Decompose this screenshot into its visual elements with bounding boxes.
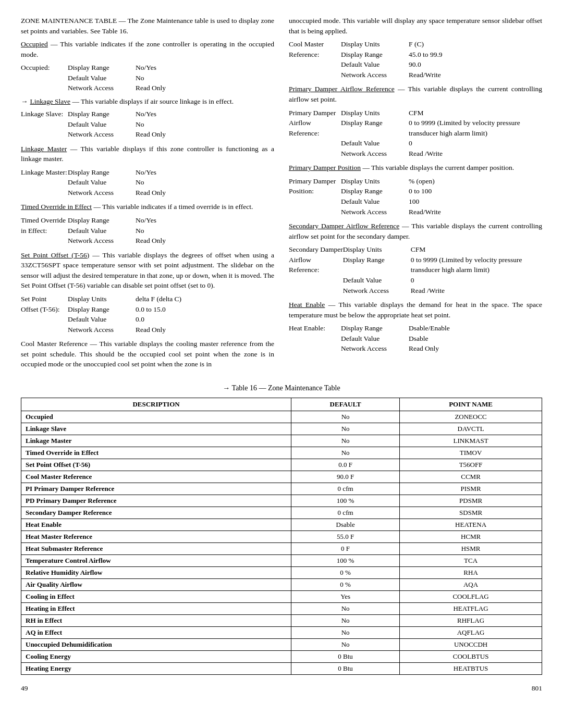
- spo-label-1: Set Point: [21, 294, 68, 304]
- pdp-prop-4: Network Access Read/Write: [341, 207, 441, 217]
- cm-val-1: F (C): [409, 39, 443, 50]
- main-content: ZONE MAINTENANCE TABLE — The Zone Mainte…: [21, 16, 542, 373]
- cm-key-2: Display Range: [341, 50, 409, 60]
- maintenance-table: DESCRIPTION DEFAULT POINT NAME OccupiedN…: [21, 398, 542, 675]
- pda-val-4: Read /Write: [409, 149, 542, 159]
- timed-override-props: Timed Override in Effect: Display Range …: [21, 215, 274, 246]
- he-val-3: Read Only: [409, 343, 450, 354]
- lm-label: Linkage Master:: [21, 167, 68, 198]
- occ-key-1: Display Range: [68, 63, 136, 73]
- sda-prop-row: Secondary Damper Airflow Reference: Disp…: [289, 244, 542, 295]
- pda-prop-4: Network Access Read /Write: [341, 149, 542, 159]
- pdp-label-1: Primary Damper: [289, 176, 341, 187]
- linkage-slave-item: → Linkage Slave — This variable displays…: [21, 97, 274, 106]
- cell-default: 0 %: [291, 579, 400, 591]
- ls-key-3: Network Access: [68, 129, 136, 140]
- cell-description: Cooling Energy: [21, 651, 291, 663]
- table-row: Heating in EffectNoHEATFLAG: [21, 603, 542, 615]
- to-key-2: Default Value: [68, 226, 136, 236]
- table-row: Linkage MasterNoLINKMAST: [21, 435, 542, 447]
- lm-val-1: No/Yes: [136, 167, 166, 178]
- cell-description: AQ in Effect: [21, 627, 291, 639]
- table-row: Cooling Energy0 BtuCOOLBTUS: [21, 651, 542, 663]
- pdp-key-1: Display Units: [341, 176, 409, 187]
- pdp-label-block: Primary Damper Position:: [289, 176, 341, 217]
- cell-point-name: COOLFLAG: [400, 591, 542, 603]
- table-row: OccupiedNoZONEOCC: [21, 411, 542, 423]
- cell-default: 0 cfm: [291, 483, 400, 495]
- pda-key-4: Network Access: [341, 149, 409, 159]
- occ-val-2: No: [136, 73, 166, 83]
- ls-val-3: Read Only: [136, 129, 166, 140]
- spo-key-4: Network Access: [68, 325, 136, 335]
- table-row: Linkage SlaveNoDAVCTL: [21, 423, 542, 435]
- ls-key-2: Default Value: [68, 119, 136, 130]
- pdp-label-2: Position:: [289, 186, 341, 196]
- cell-default: No: [291, 435, 400, 447]
- spo-val-1: delta F (delta C): [136, 294, 181, 304]
- table-row: PI Primary Damper Reference0 cfmPISMR: [21, 483, 542, 495]
- cell-point-name: TIMOV: [400, 447, 542, 459]
- table-row: Secondary Damper Reference0 cfmSDSMR: [21, 507, 542, 519]
- pda-prop-row: Primary Damper Airflow Reference: Displa…: [289, 108, 542, 159]
- cell-description: RH in Effect: [21, 615, 291, 627]
- to-prop-1: Display Range No/Yes: [68, 215, 166, 226]
- ls-val-2: No: [136, 119, 166, 130]
- table-row: Heat EnableDsableHEATENA: [21, 519, 542, 531]
- cell-point-name: ZONEOCC: [400, 411, 542, 423]
- he-key-3: Network Access: [341, 343, 409, 354]
- he-key-2: Default Value: [341, 334, 409, 344]
- he-pairs: Display Range Dsable/Enable Default Valu…: [341, 323, 450, 354]
- spo-prop-2: Display Range 0.0 to 15.0: [68, 304, 181, 315]
- pdp-heading: Primary Damper Position: [289, 164, 361, 171]
- he-val-1: Dsable/Enable: [409, 323, 450, 334]
- cell-default: 0.0 F: [291, 459, 400, 471]
- spo-prop-4: Network Access Read Only: [68, 325, 181, 335]
- cell-default: Dsable: [291, 519, 400, 531]
- setpoint-offset-props: Set Point Offset (T-56): Display Units d…: [21, 294, 274, 335]
- lm-prop-row: Linkage Master: Display Range No/Yes Def…: [21, 167, 274, 198]
- cool-master-cont: unoccupied mode. This variable will disp…: [289, 16, 542, 36]
- heat-enable-props: Heat Enable: Display Range Dsable/Enable…: [289, 323, 542, 354]
- cell-point-name: HEATBTUS: [400, 663, 542, 675]
- occupied-intro: Occupied — This variable indicates if th…: [21, 39, 274, 59]
- spo-label-2: Offset (T-56):: [21, 304, 68, 315]
- table-row: PD Primary Damper Reference100 %PDSMR: [21, 495, 542, 507]
- cell-point-name: CCMR: [400, 471, 542, 483]
- table-row: Air Quality Airflow0 %AQA: [21, 579, 542, 591]
- spo-val-4: Read Only: [136, 325, 181, 335]
- sda-label-2: Airflow: [289, 255, 343, 265]
- spo-prop-3: Default Value 0.0: [68, 314, 181, 325]
- to-heading: Timed Override in Effect: [21, 203, 92, 211]
- cm-label-block: Cool Master Reference:: [289, 39, 341, 80]
- to-prop-3: Network Access Read Only: [68, 236, 166, 246]
- cell-point-name: HEATENA: [400, 519, 542, 531]
- cell-default: No: [291, 627, 400, 639]
- table-row: Cool Master Reference90.0 FCCMR: [21, 471, 542, 483]
- spo-key-2: Display Range: [68, 304, 136, 315]
- cell-default: No: [291, 447, 400, 459]
- zone-maint-intro: ZONE MAINTENANCE TABLE — The Zone Mainte…: [21, 16, 274, 36]
- cell-point-name: RHFLAG: [400, 615, 542, 627]
- occupied-desc: — This variable indicates if the zone co…: [21, 40, 274, 58]
- cell-description: Linkage Master: [21, 435, 291, 447]
- pdp-val-4: Read/Write: [409, 207, 441, 217]
- spo-label-block: Set Point Offset (T-56):: [21, 294, 68, 335]
- table-row: Relative Humidity Airflow0 %RHA: [21, 567, 542, 579]
- he-label: Heat Enable:: [289, 323, 341, 354]
- cell-point-name: HEATFLAG: [400, 603, 542, 615]
- linkage-master-intro: Linkage Master — This variable displays …: [21, 144, 274, 164]
- setpoint-offset-intro: Set Point Offset (T-56) — This variable …: [21, 250, 274, 291]
- occupied-props: Occupied: Display Range No/Yes Default V…: [21, 63, 274, 93]
- to-key-1: Display Range: [68, 215, 136, 226]
- cell-point-name: RHA: [400, 567, 542, 579]
- lm-prop-2: Default Value No: [68, 177, 166, 188]
- sda-prop-1: Display Units CFM: [343, 244, 542, 255]
- left-column: ZONE MAINTENANCE TABLE — The Zone Mainte…: [21, 16, 274, 373]
- pda-label-block: Primary Damper Airflow Reference:: [289, 108, 341, 159]
- he-key-1: Display Range: [341, 323, 409, 334]
- pda-pairs: Display Units CFM Display Range 0 to 999…: [341, 108, 542, 159]
- occ-val-3: Read Only: [136, 83, 166, 93]
- cell-description: Set Point Offset (T-56): [21, 459, 291, 471]
- pdp-val-3: 100: [409, 196, 441, 207]
